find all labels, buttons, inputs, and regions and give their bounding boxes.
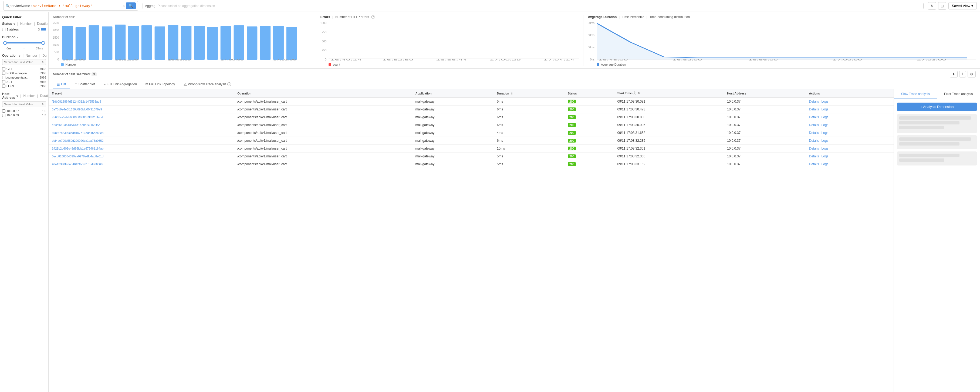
tab-scatter[interactable]: ⠿ Scatter plot <box>71 80 99 89</box>
host-2-item: 10.0.0.59 1.5 <box>2 113 46 118</box>
errors-info-icon[interactable]: ? <box>371 15 375 19</box>
logs-link-5[interactable]: Logs <box>821 139 829 143</box>
tab-wrong-slow[interactable]: ⚠ Wrong/slow Trace analysis ? <box>180 80 235 89</box>
trace-id-link-3[interactable]: e23df619db13f766ff1ae0a2c8026f5e <box>52 123 100 127</box>
cell-start-time-0: 09/11 17:03:30.081 <box>614 98 724 105</box>
settings-button[interactable]: ⚙ <box>967 71 976 78</box>
cell-operation-6: /components/api/v1/mall/user_cart <box>234 145 412 153</box>
main-layout: Quick Filter Status ∨ | Number | Duratio… <box>0 12 980 392</box>
host-chevron: ∨ <box>16 94 18 97</box>
host-search-input[interactable] <box>4 103 41 106</box>
start-time-info-icon[interactable]: ? <box>633 91 636 95</box>
operation-post-checkbox[interactable] <box>2 72 5 75</box>
trace-id-link-6[interactable]: 1421b2d609c48d86fcb1a676461184ab <box>52 147 103 150</box>
trace-id-link-0[interactable]: f1db0818864d5124ff312c14f9533ad8 <box>52 100 101 103</box>
errors-legend-label: count <box>333 63 340 66</box>
slider-thumb-right[interactable] <box>41 41 45 45</box>
svg-rect-6 <box>142 25 152 60</box>
svg-rect-5 <box>128 26 139 60</box>
download-button[interactable]: ⬇ <box>950 71 958 78</box>
operation-get-count: 7932 <box>38 67 46 70</box>
host-2-checkbox[interactable] <box>2 114 5 117</box>
logs-link-7[interactable]: Logs <box>821 155 829 158</box>
duration-dash: – <box>17 47 31 50</box>
details-link-8[interactable]: Details <box>809 162 819 166</box>
col-start-time[interactable]: Start Time ? ⇅ <box>614 89 724 98</box>
operation-filter-icon[interactable]: ⧨ <box>41 60 44 64</box>
trace-id-link-5[interactable]: def4de700c550d290026ca1da76a0652 <box>52 139 103 142</box>
operation-llen-checkbox[interactable] <box>2 84 5 88</box>
search-query: serviceName : serviceName : "mall-gatewa… <box>10 4 121 8</box>
host-search[interactable]: ⧨ <box>2 101 46 107</box>
calls-chart-title: Number of calls <box>53 15 312 19</box>
tab-list[interactable]: ☰ List <box>53 80 70 89</box>
status-stateless-checkbox[interactable] <box>2 28 5 31</box>
host-filter-icon[interactable]: ⧨ <box>41 102 44 106</box>
toolbar-actions: ⬇ ⤴ ⚙ <box>950 71 976 78</box>
trace-id-link-1[interactable]: 3a78d9e4e3f1650c095fdb00f91079e9 <box>52 108 102 111</box>
search-box: 🔍 serviceName : serviceName : "mall-gate… <box>3 1 138 11</box>
list-tab-icon: ☰ <box>57 82 60 86</box>
logs-link-1[interactable]: Logs <box>821 107 829 111</box>
cell-traceid-3: e23df619db13f766ff1ae0a2c8026f5e <box>49 121 234 129</box>
aggregation-selector[interactable]: Aggreg Please select an aggregation dime… <box>143 3 924 9</box>
trace-id-link-2[interactable]: e5668e25d2b6d80d09886d36923ffa3d <box>52 116 103 119</box>
trace-id-link-4[interactable]: 6983f785399cddd107b137de15aec2e8 <box>52 131 103 134</box>
cell-status-5: 200 <box>565 137 614 145</box>
cell-status-8: 200 <box>565 160 614 168</box>
cell-host-0: 10.0.0.37 <box>724 98 806 105</box>
operation-get-checkbox[interactable] <box>2 67 5 70</box>
logs-link-0[interactable]: Logs <box>821 100 829 104</box>
table-toolbar: Number of calls searched: 3 ⬇ ⤴ ⚙ <box>49 69 980 80</box>
refresh-button[interactable]: ↻ <box>928 2 936 10</box>
trace-id-link-8[interactable]: 48a133a0fa6ab461f9bcc01b5d966c68 <box>52 163 103 166</box>
details-link-6[interactable]: Details <box>809 147 819 150</box>
details-link-3[interactable]: Details <box>809 123 819 127</box>
error-trace-tab[interactable]: Error Trace analysis <box>937 89 980 99</box>
duration-chevron: ∨ <box>16 36 18 39</box>
save-button[interactable]: ⊡ <box>938 2 946 10</box>
analysis-dimension-button[interactable]: + Analysis Dimension <box>897 103 977 111</box>
slow-trace-tab[interactable]: Slow Trace analysis <box>894 89 937 99</box>
logs-link-2[interactable]: Logs <box>821 115 829 119</box>
logs-link-6[interactable]: Logs <box>821 147 829 150</box>
saved-view-button[interactable]: Saved View ▾ <box>948 2 977 10</box>
duration-chart: Avgerage Duration | Time Percentile | Ti… <box>588 15 976 66</box>
logs-link-4[interactable]: Logs <box>821 131 829 135</box>
operation-search-input[interactable] <box>4 61 41 64</box>
wrong-slow-info-icon[interactable]: ? <box>228 82 231 86</box>
col-duration[interactable]: Duration ⇅ <box>494 89 565 98</box>
logs-link-8[interactable]: Logs <box>821 162 829 166</box>
details-link-0[interactable]: Details <box>809 100 819 104</box>
details-link-2[interactable]: Details <box>809 115 819 119</box>
duration-legend-label: Avgerage Duration <box>601 63 626 66</box>
details-link-5[interactable]: Details <box>809 139 819 143</box>
tab-aggregation[interactable]: ≡ Full Link Aggregation <box>100 80 141 89</box>
table-row: 1421b2d609c48d86fcb1a676461184ab /compon… <box>49 145 894 153</box>
host-1-label: 10.0.0.37 <box>6 109 38 113</box>
host-sub-label2: Duration <box>40 94 49 98</box>
tab-topology[interactable]: ⧉ Full Link Topology <box>142 80 179 89</box>
table-wrapper: TraceId Operation Application Duration ⇅… <box>49 89 980 392</box>
operation-components-checkbox[interactable] <box>2 76 5 79</box>
table-row: 3ecb8158054399aa0978edfc4ad8e01d /compon… <box>49 153 894 160</box>
stateless-count: 3 <box>32 28 40 31</box>
details-link-4[interactable]: Details <box>809 131 819 135</box>
search-submit-button[interactable]: 🔍 <box>126 2 136 9</box>
trace-id-link-7[interactable]: 3ecb8158054399aa0978edfc4ad8e01d <box>52 155 103 158</box>
host-1-item: 10.0.0.37 1.6 <box>2 109 46 113</box>
table-header-row: TraceId Operation Application Duration ⇅… <box>49 89 894 98</box>
clear-search-button[interactable]: × <box>123 4 125 8</box>
logs-link-3[interactable]: Logs <box>821 123 829 127</box>
main-content: Number of calls 2500 2000 1500 1000 500 … <box>49 12 980 392</box>
operation-search[interactable]: ⧨ <box>2 59 46 65</box>
share-button[interactable]: ⤴ <box>959 71 966 78</box>
details-link-1[interactable]: Details <box>809 107 819 111</box>
slider-thumb-left[interactable] <box>3 41 7 45</box>
operation-set-checkbox[interactable] <box>2 80 5 83</box>
sidebar-title: Quick Filter <box>2 15 46 19</box>
status-chevron: ∨ <box>13 22 15 25</box>
errors-chart: Errors | Number of HTTP errors ? 1000 75… <box>320 15 584 66</box>
details-link-7[interactable]: Details <box>809 155 819 158</box>
host-1-checkbox[interactable] <box>2 109 5 113</box>
